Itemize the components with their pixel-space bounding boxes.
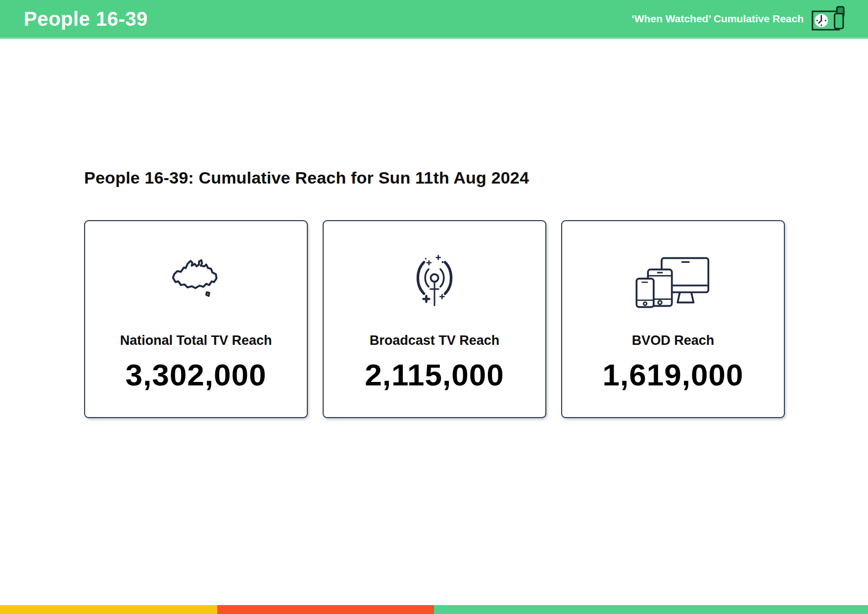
kpi-label: National Total TV Reach <box>120 333 272 348</box>
report-heading: People 16-39: Cumulative Reach for Sun 1… <box>84 168 529 188</box>
kpi-card-national-total-tv: National Total TV Reach 3,302,000 <box>84 220 308 418</box>
australia-map-icon <box>166 253 226 311</box>
app-header: People 16-39 ‘When Watched’ Cumulative R… <box>0 0 868 39</box>
header-right-group: ‘When Watched’ Cumulative Reach <box>631 4 847 33</box>
kpi-card-bvod: BVOD Reach 1,619,000 <box>561 220 785 418</box>
kpi-cards: National Total TV Reach 3,302,000 <box>84 220 785 418</box>
stripe-segment-red <box>217 605 434 614</box>
when-watched-clock-device-icon <box>812 4 847 33</box>
kpi-value: 2,115,000 <box>365 357 504 392</box>
stripe-segment-green <box>434 605 868 614</box>
kpi-label: BVOD Reach <box>632 333 715 348</box>
multi-devices-icon <box>635 253 711 311</box>
header-subtitle: ‘When Watched’ Cumulative Reach <box>631 13 804 25</box>
kpi-label: Broadcast TV Reach <box>370 333 500 348</box>
kpi-card-broadcast-tv: Broadcast TV Reach 2,115,000 <box>323 220 546 418</box>
stripe-segment-yellow <box>0 605 217 614</box>
broadcast-antenna-icon <box>411 253 458 311</box>
footer-color-stripe <box>0 605 868 614</box>
page-title: People 16-39 <box>24 8 148 30</box>
kpi-value: 1,619,000 <box>603 357 744 392</box>
kpi-value: 3,302,000 <box>126 357 267 392</box>
